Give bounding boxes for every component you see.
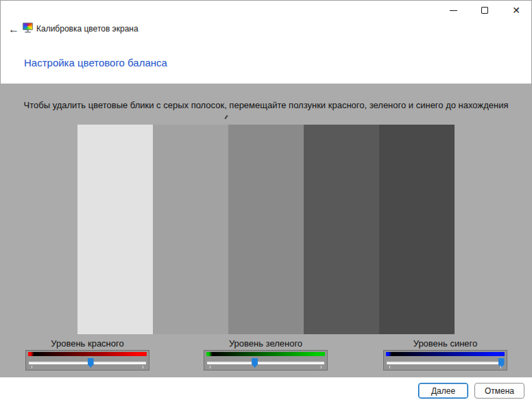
close-button[interactable]: ✕ [500,0,532,21]
gray-bar [228,125,304,334]
green-level-label: Уровень зеленого [204,338,328,349]
instruction-text: Чтобы удалить цветовые блики с серых пол… [0,100,532,110]
red-gradient-strip [28,352,147,356]
gray-bar [379,125,455,334]
green-gradient-strip [206,352,325,356]
green-slider [204,350,328,370]
wizard-title: Калибровка цветов экрана [36,24,138,34]
next-button[interactable]: Далее [418,383,468,399]
gray-bars [77,125,455,334]
maximize-button[interactable] [469,0,500,21]
truncated-text-mark [224,115,228,119]
window-controls: ✕ [437,0,532,21]
green-slider-track[interactable] [207,362,324,364]
blue-gradient-strip [386,352,505,356]
cancel-button[interactable]: Отмена [474,383,524,399]
minimize-button[interactable] [437,0,469,21]
calibration-area: Чтобы удалить цветовые блики с серых пол… [0,84,532,377]
blue-level-label: Уровень синего [383,338,507,349]
gray-bar [153,125,228,334]
red-slider-track[interactable] [29,362,146,364]
close-icon: ✕ [512,5,520,16]
nav-row: ← Калибровка цветов экрана [0,21,532,38]
blue-slider [383,350,507,370]
blue-slider-track[interactable] [387,362,504,364]
blue-slider-ticks [389,366,501,369]
page-title: Настройка цветового баланса [24,57,167,68]
footer: Далее Отмена [0,377,532,402]
monitor-base [25,32,31,33]
gray-bar [77,125,153,334]
calibration-window: ✕ ← Калибровка цветов экрана Настройка ц… [0,0,532,402]
minimize-icon [450,10,457,11]
green-slider-ticks [210,366,322,369]
back-button[interactable]: ← [5,22,22,37]
gray-bar [304,125,379,334]
monitor-screen-icon [23,23,33,30]
red-slider-ticks [32,366,143,369]
red-level-label: Уровень красного [25,338,149,349]
back-arrow-icon: ← [8,23,19,36]
red-slider [25,350,149,370]
display-calibration-icon [23,23,33,34]
maximize-icon [481,7,488,14]
